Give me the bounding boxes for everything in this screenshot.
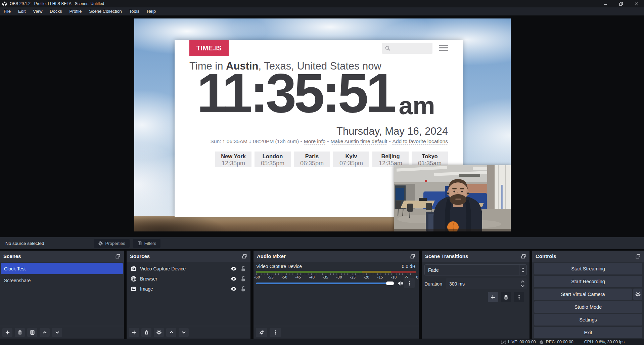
timeis-date: Thursday, May 16, 2024 — [336, 125, 448, 137]
webcam-overlay — [394, 165, 511, 231]
sun-separator: - — [389, 138, 390, 145]
scene-item-screenshare[interactable]: Screenshare — [1, 275, 123, 286]
meter-scale: -60 -55 -50 -45 -40 -35 -30 -25 -20 -15 … — [254, 275, 418, 279]
exit-button[interactable]: Exit — [534, 327, 642, 338]
source-item-image[interactable]: Image — [127, 284, 250, 294]
clock-ampm: am — [399, 93, 435, 118]
city-time: 12:35pm — [215, 160, 251, 167]
city-name: Kyiv — [333, 153, 369, 160]
dock-popout-icon[interactable] — [521, 254, 526, 259]
filters-button[interactable]: Filters — [133, 239, 160, 248]
volume-slider-track[interactable] — [256, 283, 386, 284]
menu-scene-collection[interactable]: Scene Collection — [85, 7, 126, 15]
start-recording-button[interactable]: Start Recording — [534, 276, 642, 287]
restore-button[interactable] — [613, 0, 629, 7]
start-virtual-camera-button[interactable]: Start Virtual Camera — [534, 289, 632, 300]
transition-select[interactable]: Fade — [424, 264, 527, 275]
tick: -25 — [350, 275, 356, 279]
mixer-menu-button[interactable] — [270, 328, 281, 337]
virtual-camera-settings-button[interactable] — [633, 289, 642, 300]
speaker-icon[interactable] — [397, 280, 404, 287]
minimize-button[interactable] — [598, 0, 613, 7]
remove-source-button[interactable] — [141, 328, 151, 337]
duration-spinbox[interactable]: 300 ms — [446, 278, 527, 289]
scene-move-up-button[interactable] — [40, 328, 50, 337]
unlock-icon[interactable] — [240, 265, 246, 272]
menu-help[interactable]: Help — [143, 7, 159, 15]
menu-tools[interactable]: Tools — [126, 7, 143, 15]
timeis-sun-line: Sun: ↑ 06:35AM ↓ 08:20PM (13h 46m) - Mor… — [211, 138, 448, 145]
more-info-link: More info — [304, 138, 326, 145]
close-button[interactable] — [629, 0, 644, 7]
source-item-video-capture[interactable]: Video Capture Device — [127, 264, 250, 274]
volume-slider-handle[interactable] — [386, 282, 394, 285]
dock-popout-icon[interactable] — [242, 254, 247, 259]
properties-button[interactable]: Properties — [94, 239, 130, 248]
visibility-eye-icon[interactable] — [230, 265, 237, 272]
broadcast-inactive-icon — [501, 340, 506, 345]
tick: -40 — [309, 275, 315, 279]
properties-label: Properties — [105, 241, 125, 246]
menu-edit[interactable]: Edit — [14, 7, 29, 15]
scene-filters-button[interactable] — [27, 328, 37, 337]
spinner-arrows[interactable] — [518, 281, 527, 287]
world-clocks-row: New York 12:35pm London 05:35pm Paris 06… — [215, 152, 448, 167]
city-name: Tokyo — [412, 153, 448, 160]
mixer-level-db: 0.0 dB — [402, 264, 415, 269]
source-move-down-button[interactable] — [179, 328, 189, 337]
cpu-fps-stats: CPU: 0.6%, 30.00 fps — [584, 340, 625, 344]
world-clock-kyiv: Kyiv 07:35pm — [333, 152, 369, 167]
dock-popout-icon[interactable] — [410, 254, 415, 259]
globe-icon — [131, 276, 137, 282]
transitions-body: Fade Duration 300 ms — [422, 262, 530, 339]
add-transition-button[interactable] — [488, 292, 498, 302]
city-name: New York — [215, 153, 251, 160]
visibility-eye-icon[interactable] — [230, 275, 237, 282]
menu-view[interactable]: View — [29, 7, 46, 15]
unlock-icon[interactable] — [240, 275, 246, 282]
menu-bar: File Edit View Docks Profile Scene Colle… — [0, 7, 644, 15]
add-source-button[interactable] — [129, 328, 139, 337]
source-label: Browser — [140, 276, 157, 282]
source-item-browser[interactable]: Browser — [127, 274, 250, 284]
tick: -60 — [254, 275, 260, 279]
world-clock-paris: Paris 06:35pm — [294, 152, 330, 167]
source-properties-button[interactable] — [154, 328, 164, 337]
dock-popout-icon[interactable] — [635, 254, 641, 259]
mixer-options-button[interactable] — [404, 278, 415, 288]
source-move-up-button[interactable] — [166, 328, 176, 337]
scenes-toolbar — [0, 326, 124, 339]
city-name: Beijing — [372, 153, 409, 160]
tick: -10 — [391, 275, 397, 279]
menu-docks[interactable]: Docks — [46, 7, 65, 15]
studio-mode-button[interactable]: Studio Mode — [534, 301, 642, 313]
webcam-video — [394, 165, 511, 231]
controls-panel: Controls Start Streaming Start Recording… — [532, 251, 644, 339]
live-status: LIVE: 00:00:00 — [501, 340, 536, 345]
sun-times: Sun: ↑ 06:35AM ↓ 08:20PM (13h 46m) - — [211, 138, 302, 145]
start-streaming-button[interactable]: Start Streaming — [534, 263, 642, 274]
meter-ticks — [256, 273, 416, 275]
scenes-title: Scenes — [3, 253, 21, 259]
menu-profile[interactable]: Profile — [65, 7, 85, 15]
world-clock-beijing: Beijing 12:35am — [372, 152, 409, 167]
program-canvas[interactable]: TIME.IS Time in Austin, Texas, United St… — [134, 18, 511, 231]
remove-scene-button[interactable] — [15, 328, 25, 337]
scene-item-clock-test[interactable]: Clock Test — [1, 263, 123, 274]
scene-move-down-button[interactable] — [52, 328, 62, 337]
remove-transition-button[interactable] — [501, 292, 511, 302]
add-scene-button[interactable] — [2, 328, 12, 337]
filters-label: Filters — [144, 241, 156, 246]
city-name: Paris — [294, 153, 330, 160]
source-label: Video Capture Device — [140, 266, 186, 271]
world-clock-tokyo: Tokyo 01:35am — [412, 152, 448, 167]
visibility-eye-icon[interactable] — [230, 286, 237, 292]
clock-time: 11:35:51 — [197, 66, 394, 121]
advanced-audio-button[interactable] — [256, 328, 267, 337]
dock-popout-icon[interactable] — [115, 254, 121, 259]
mixer-toolbar — [254, 326, 419, 339]
transition-options-button[interactable] — [514, 292, 524, 302]
menu-file[interactable]: File — [0, 7, 14, 15]
unlock-icon[interactable] — [240, 286, 246, 292]
settings-button[interactable]: Settings — [534, 314, 642, 326]
